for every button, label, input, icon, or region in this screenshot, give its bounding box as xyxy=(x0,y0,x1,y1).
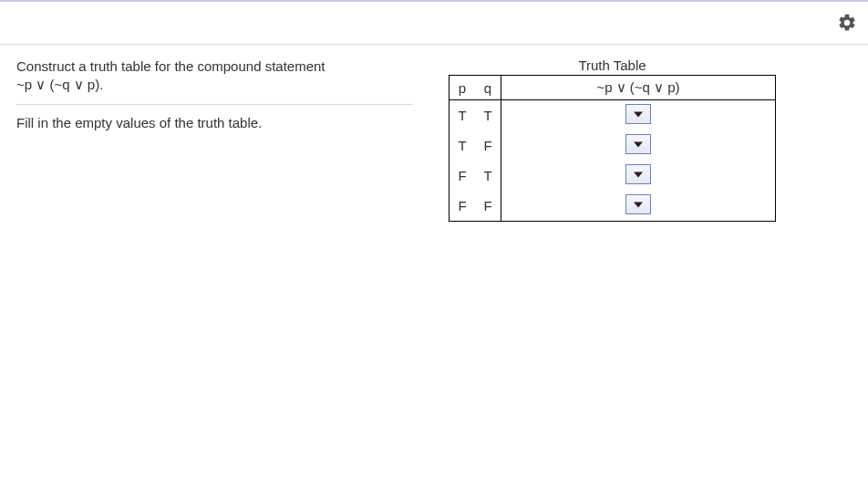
content-area: Construct a truth table for the compound… xyxy=(0,45,868,222)
instruction-divider xyxy=(16,104,412,105)
table-row: F F xyxy=(450,191,776,222)
cell-q: T xyxy=(475,100,501,131)
instruction-text-1: Construct a truth table for the compound… xyxy=(16,57,412,76)
cell-q: T xyxy=(475,161,501,191)
cell-p: F xyxy=(450,161,476,191)
cell-result xyxy=(501,100,776,131)
instruction-text-2: Fill in the empty values of the truth ta… xyxy=(16,114,412,132)
instructions-panel: Construct a truth table for the compound… xyxy=(0,57,429,222)
header-expression: ~p ∨ (~q ∨ p) xyxy=(501,76,776,100)
cell-result xyxy=(501,191,776,222)
header-q: q xyxy=(475,76,501,100)
table-row: F T xyxy=(450,161,776,191)
cell-p: T xyxy=(450,100,476,131)
cell-p: T xyxy=(450,130,476,161)
gear-icon[interactable] xyxy=(837,13,857,33)
truth-table-panel: Truth Table p q ~p ∨ (~q ∨ p) T T T F xyxy=(429,57,776,222)
table-row: T F xyxy=(450,130,776,161)
truth-table-title: Truth Table xyxy=(449,57,776,73)
top-toolbar xyxy=(0,0,868,45)
result-dropdown[interactable] xyxy=(625,104,651,124)
cell-p: F xyxy=(450,191,476,222)
result-dropdown[interactable] xyxy=(625,134,651,154)
cell-result xyxy=(501,130,776,161)
cell-result xyxy=(501,161,776,191)
table-row: T T xyxy=(450,100,776,131)
header-p: p xyxy=(450,76,476,100)
compound-expression: ~p ∨ (~q ∨ p). xyxy=(16,76,412,94)
result-dropdown[interactable] xyxy=(625,194,651,214)
result-dropdown[interactable] xyxy=(625,164,651,184)
cell-q: F xyxy=(475,130,501,161)
truth-table: p q ~p ∨ (~q ∨ p) T T T F F T xyxy=(449,75,776,222)
cell-q: F xyxy=(475,191,501,222)
